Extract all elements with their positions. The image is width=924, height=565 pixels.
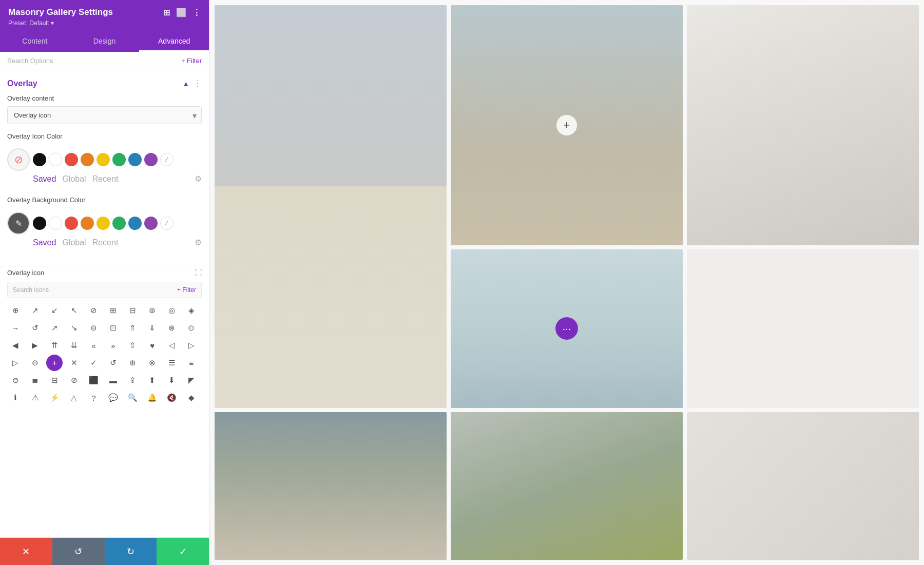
bg-global-tab[interactable]: Global	[62, 238, 86, 247]
bg-color-red[interactable]	[65, 217, 78, 230]
icon-cell[interactable]: ⊞	[105, 302, 121, 319]
icon-filter-button[interactable]: + Filter	[177, 286, 196, 294]
icon-cell[interactable]: ◁	[164, 337, 180, 354]
icon-cell[interactable]: ⊘	[66, 372, 82, 388]
fullscreen-select-icon[interactable]: ⛶	[195, 268, 202, 277]
icon-cell[interactable]: ↗	[46, 320, 63, 336]
bg-color-purple[interactable]	[144, 217, 158, 230]
icon-cell[interactable]: ⚠	[27, 389, 43, 405]
icon-cell[interactable]: ◎	[164, 302, 180, 319]
icon-cell[interactable]: ℹ	[7, 389, 24, 405]
icon-cell[interactable]: ⊘	[85, 302, 102, 319]
icon-cell[interactable]: ?	[85, 389, 102, 405]
tab-content[interactable]: Content	[0, 32, 70, 52]
bg-color-none[interactable]: ⁄	[160, 217, 174, 230]
icon-cell[interactable]: ◆	[183, 389, 200, 405]
icon-color-swatch-active[interactable]: ⊘	[7, 148, 30, 171]
color-purple[interactable]	[144, 153, 158, 166]
color-white[interactable]	[49, 153, 62, 166]
icon-cell[interactable]: →	[7, 320, 24, 336]
color-green[interactable]	[112, 153, 126, 166]
icon-cell[interactable]: ⊖	[85, 320, 102, 336]
icon-cell[interactable]: ≡	[183, 355, 200, 371]
icon-cell[interactable]: ⊗	[164, 320, 180, 336]
icon-cell[interactable]: ⊕	[7, 302, 24, 319]
bg-color-orange[interactable]	[81, 217, 94, 230]
icon-cell[interactable]: ◈	[183, 302, 200, 319]
section-menu-icon[interactable]: ⋮	[194, 79, 202, 88]
icon-cell[interactable]: ⇑	[125, 320, 141, 336]
icon-cell[interactable]: ↙	[46, 302, 63, 319]
icon-cell[interactable]: 🔔	[144, 389, 161, 405]
more-options-icon[interactable]: ⋮	[192, 8, 201, 17]
icon-cell[interactable]: ⊖	[27, 355, 43, 371]
icon-cell[interactable]: ▶	[27, 337, 43, 354]
filter-button[interactable]: + Filter	[181, 57, 202, 65]
bg-color-blue[interactable]	[128, 217, 142, 230]
bg-color-white[interactable]	[49, 217, 62, 230]
save-button[interactable]: ✓	[157, 538, 209, 565]
bg-color-settings-icon[interactable]: ⚙	[195, 238, 202, 247]
icon-cell[interactable]: ⊙	[183, 320, 200, 336]
recent-tab[interactable]: Recent	[92, 174, 119, 184]
global-tab[interactable]: Global	[62, 174, 86, 184]
icon-cell[interactable]: ✕	[66, 355, 82, 371]
icon-cell[interactable]: 💬	[105, 389, 121, 405]
icon-cell[interactable]: ⬛	[85, 372, 102, 388]
icon-cell[interactable]: ▷	[7, 355, 24, 371]
saved-tab[interactable]: Saved	[33, 174, 56, 184]
icon-cell[interactable]: ⇈	[46, 337, 63, 354]
icon-cell[interactable]: △	[66, 389, 82, 405]
icon-cell[interactable]: ⊡	[105, 320, 121, 336]
icon-cell[interactable]: 🔍	[125, 389, 141, 405]
fullscreen-icon[interactable]: ⬜	[176, 8, 186, 17]
color-none[interactable]: ⁄	[160, 153, 174, 166]
icon-cell[interactable]: ⊜	[7, 372, 24, 388]
icon-cell-selected[interactable]: ＋	[46, 355, 63, 371]
overlay-content-select[interactable]: Overlay icon Overlay title Overlay title…	[7, 106, 202, 124]
bg-saved-tab[interactable]: Saved	[33, 238, 56, 247]
icon-cell[interactable]: ↘	[66, 320, 82, 336]
collapse-icon[interactable]: ▲	[182, 80, 189, 88]
preset-label[interactable]: Preset: Default ▾	[8, 20, 201, 27]
icon-cell[interactable]: ✓	[85, 355, 102, 371]
responsive-icon[interactable]: ⊞	[163, 8, 170, 17]
icon-cell[interactable]: ↺	[105, 355, 121, 371]
color-settings-icon[interactable]: ⚙	[195, 174, 202, 184]
icon-cell[interactable]: ◤	[183, 372, 200, 388]
icon-cell[interactable]: ↖	[66, 302, 82, 319]
icon-cell[interactable]: ⇪	[125, 372, 141, 388]
color-yellow[interactable]	[97, 153, 110, 166]
tab-design[interactable]: Design	[70, 32, 140, 52]
icon-cell[interactable]: ⊟	[46, 372, 63, 388]
color-blue[interactable]	[128, 153, 142, 166]
undo-button[interactable]: ↺	[52, 538, 105, 565]
icon-cell[interactable]: ⇊	[66, 337, 82, 354]
color-black[interactable]	[33, 153, 46, 166]
bg-color-black[interactable]	[33, 217, 46, 230]
cancel-button[interactable]: ✕	[0, 538, 52, 565]
icon-cell[interactable]: ⚡	[46, 389, 63, 405]
icon-cell[interactable]: «	[85, 337, 102, 354]
tab-advanced[interactable]: Advanced	[139, 32, 209, 52]
bg-color-yellow[interactable]	[97, 217, 110, 230]
icon-cell[interactable]: ↗	[27, 302, 43, 319]
icon-cell[interactable]: ⊛	[144, 302, 161, 319]
color-orange[interactable]	[81, 153, 94, 166]
icon-cell[interactable]: ▬	[105, 372, 121, 388]
bg-color-green[interactable]	[112, 217, 126, 230]
icon-cell[interactable]: ⬇	[164, 372, 180, 388]
icon-cell[interactable]: ⊗	[144, 355, 161, 371]
icon-cell[interactable]: ⊟	[125, 302, 141, 319]
icon-cell[interactable]: ◀	[7, 337, 24, 354]
icon-cell[interactable]: ♥	[144, 337, 161, 354]
redo-button[interactable]: ↻	[105, 538, 157, 565]
icon-cell[interactable]: ▷	[183, 337, 200, 354]
icon-cell[interactable]: 🔇	[164, 389, 180, 405]
bg-color-swatch-active[interactable]: ✎	[7, 212, 30, 235]
icon-cell[interactable]: ⬆	[144, 372, 161, 388]
icon-cell[interactable]: »	[105, 337, 121, 354]
color-red[interactable]	[65, 153, 78, 166]
icon-cell[interactable]: ⊕	[125, 355, 141, 371]
icon-cell[interactable]: ≣	[27, 372, 43, 388]
